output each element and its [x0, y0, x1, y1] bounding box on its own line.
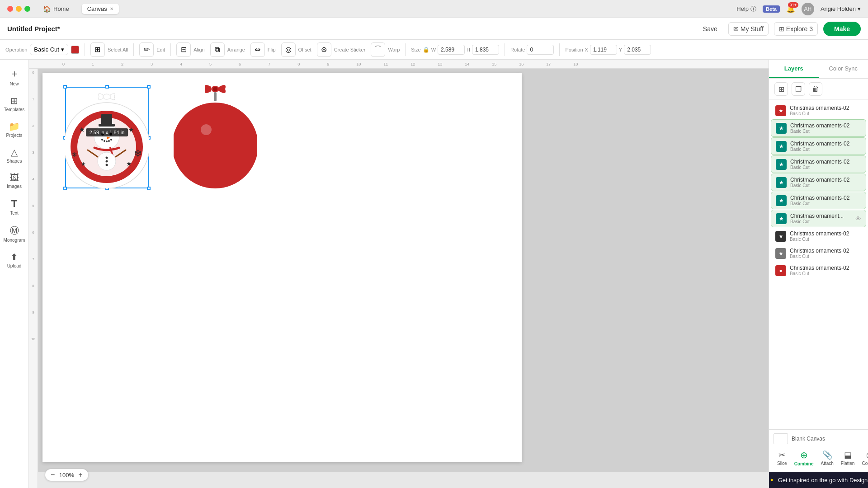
- sidebar-item-projects[interactable]: 📁 Projects: [2, 117, 27, 141]
- divider-2: [133, 43, 134, 56]
- flip-button[interactable]: ⇔: [250, 42, 265, 57]
- rotate-group: Rotate: [510, 45, 554, 55]
- my-stuff-button[interactable]: ✉ My Stuff: [728, 22, 769, 36]
- layer-item[interactable]: ★ Christmas ornaments-02 Basic Cut: [771, 174, 866, 191]
- user-name[interactable]: Angie Holden ▾: [821, 5, 861, 12]
- make-button[interactable]: Make: [823, 22, 861, 36]
- attach-button[interactable]: 📎 Attach: [817, 448, 837, 468]
- offset-button[interactable]: ◎: [281, 42, 296, 57]
- position-group: Position X Y: [565, 45, 651, 55]
- contour-button[interactable]: ◎ Contour: [858, 448, 868, 468]
- sidebar-item-monogram[interactable]: Ⓜ Monogram: [2, 221, 27, 246]
- operation-select[interactable]: Basic Cut ▾: [30, 44, 68, 55]
- tab-home[interactable]: 🏠 Home: [38, 4, 75, 14]
- notification-button[interactable]: 🔔 91+: [786, 5, 795, 13]
- lock-icon[interactable]: 🔒: [423, 47, 429, 53]
- my-stuff-label: My Stuff: [741, 25, 764, 33]
- svg-text:❄: ❄: [72, 151, 77, 158]
- create-sticker-label: Create Sticker: [334, 47, 366, 52]
- ornament-selected-group[interactable]: 2.59 in x 1.84 in: [65, 87, 149, 188]
- align-label: Align: [193, 47, 204, 52]
- explore-button[interactable]: ⊞ Explore 3: [774, 22, 818, 36]
- ruler-vertical: 0 1 2 3 4 5 6 7 8 9 10: [29, 69, 38, 488]
- layer-list[interactable]: ★ Christmas ornaments-02 Basic Cut ★ Chr…: [769, 100, 868, 429]
- layer-visibility-icon[interactable]: 👁: [855, 215, 861, 222]
- create-sticker-button[interactable]: ⊛: [317, 42, 331, 57]
- x-input[interactable]: [590, 45, 617, 55]
- layer-type: Basic Cut: [790, 165, 861, 170]
- inspire-text: Get inspired on the go with Design: [778, 477, 868, 483]
- duplicate-layer-button[interactable]: ❐: [792, 82, 805, 96]
- align-button[interactable]: ⊟: [176, 42, 191, 57]
- group-layer-button[interactable]: ⊞: [774, 82, 788, 96]
- sidebar-item-upload[interactable]: ⬆ Upload: [2, 248, 27, 272]
- svg-point-14: [108, 140, 110, 142]
- select-all-label: Select All: [108, 47, 128, 52]
- slice-button[interactable]: ✂ Slice: [774, 448, 791, 468]
- layer-item[interactable]: ★ Christmas ornaments-02 Basic Cut: [771, 119, 866, 137]
- layer-item[interactable]: ★ Christmas ornaments-02 Basic Cut: [771, 245, 866, 262]
- layer-type: Basic Cut: [790, 271, 862, 276]
- maximize-button[interactable]: [24, 6, 30, 12]
- sidebar-item-text[interactable]: T Text: [2, 194, 27, 219]
- combine-button[interactable]: ⊕ Combine: [791, 448, 817, 468]
- layer-info: Christmas ornaments-02 Basic Cut: [790, 122, 861, 134]
- height-input[interactable]: [472, 45, 499, 55]
- layer-item[interactable]: ★ Christmas ornaments-02 Basic Cut: [771, 155, 866, 173]
- red-ornament-group[interactable]: [174, 78, 257, 191]
- layer-name: Christmas ornaments-02: [790, 177, 861, 183]
- sidebar-item-new[interactable]: ＋ New: [2, 63, 27, 90]
- tab-color-sync[interactable]: Color Sync: [819, 60, 868, 78]
- save-button[interactable]: Save: [698, 23, 723, 35]
- sidebar-item-shapes[interactable]: △ Shapes: [2, 143, 27, 167]
- right-panel-tabs: Layers Color Sync: [769, 60, 868, 79]
- layer-item[interactable]: ★ Christmas ornaments-02 Basic Cut: [771, 228, 866, 244]
- layer-item[interactable]: ★ Christmas ornaments-02 Basic Cut: [771, 102, 866, 119]
- color-swatch[interactable]: [71, 46, 79, 54]
- warp-button[interactable]: ⌒: [371, 42, 385, 57]
- sticker-group: ⊛ Create Sticker: [317, 42, 366, 57]
- arrange-button[interactable]: ⧉: [210, 42, 225, 57]
- layer-thumbnail: ★: [775, 105, 786, 116]
- layer-item[interactable]: ★ Christmas ornaments-02 Basic Cut: [771, 192, 866, 209]
- flatten-button[interactable]: ⬓ Flatten: [837, 448, 859, 468]
- toolbar-right: Save ✉ My Stuff ⊞ Explore 3 Make: [698, 22, 861, 36]
- svg-point-15: [110, 139, 112, 141]
- canvas-page[interactable]: 2.59 in x 1.84 in: [42, 73, 522, 462]
- layer-info: Christmas ornaments-02 Basic Cut: [790, 177, 861, 188]
- text-icon: T: [11, 198, 17, 210]
- zoom-in-button[interactable]: +: [78, 471, 82, 479]
- layer-thumbnail: ●: [775, 265, 786, 276]
- tab-canvas[interactable]: Canvas ✕: [82, 4, 119, 14]
- user-name-label: Angie Holden: [821, 5, 856, 12]
- select-all-button[interactable]: ⊞: [90, 42, 105, 57]
- svg-point-12: [104, 140, 105, 142]
- layer-item[interactable]: ★ Christmas ornaments-02 Basic Cut: [771, 137, 866, 155]
- layer-thumbnail: ★: [776, 177, 787, 188]
- help-button[interactable]: Help ⓘ: [736, 5, 756, 13]
- rotate-input[interactable]: [527, 45, 554, 55]
- zoom-out-button[interactable]: −: [51, 471, 55, 479]
- y-input[interactable]: [624, 45, 651, 55]
- select-all-group: ⊞ Select All: [90, 42, 128, 57]
- delete-layer-button[interactable]: 🗑: [809, 82, 822, 96]
- layer-item[interactable]: ★ Christmas ornament... Basic Cut 👁: [771, 210, 866, 227]
- sidebar-item-templates[interactable]: ⊞ Templates: [2, 92, 27, 116]
- edit-button[interactable]: ✏: [139, 42, 154, 57]
- tab-layers[interactable]: Layers: [769, 60, 819, 78]
- canvas-area[interactable]: 0 1 2 3 4 5 6 7 8 9 10 11 12 13 14 15 16…: [29, 60, 769, 488]
- layer-name: Christmas ornaments-02: [790, 195, 861, 201]
- sidebar-images-label: Images: [7, 184, 22, 189]
- sidebar-item-images[interactable]: 🖼 Images: [2, 169, 27, 192]
- minimize-button[interactable]: [16, 6, 22, 12]
- layer-type: Basic Cut: [790, 237, 862, 242]
- close-button[interactable]: [7, 6, 13, 12]
- layer-type: Basic Cut: [790, 254, 862, 259]
- width-input[interactable]: [438, 45, 465, 55]
- layer-item[interactable]: ● Christmas ornaments-02 Basic Cut: [771, 262, 866, 279]
- combine-label: Combine: [794, 461, 814, 466]
- sidebar-new-label: New: [9, 81, 19, 86]
- tab-close-icon[interactable]: ✕: [110, 6, 113, 11]
- monogram-icon: Ⓜ: [10, 225, 19, 237]
- my-stuff-icon: ✉: [733, 25, 739, 33]
